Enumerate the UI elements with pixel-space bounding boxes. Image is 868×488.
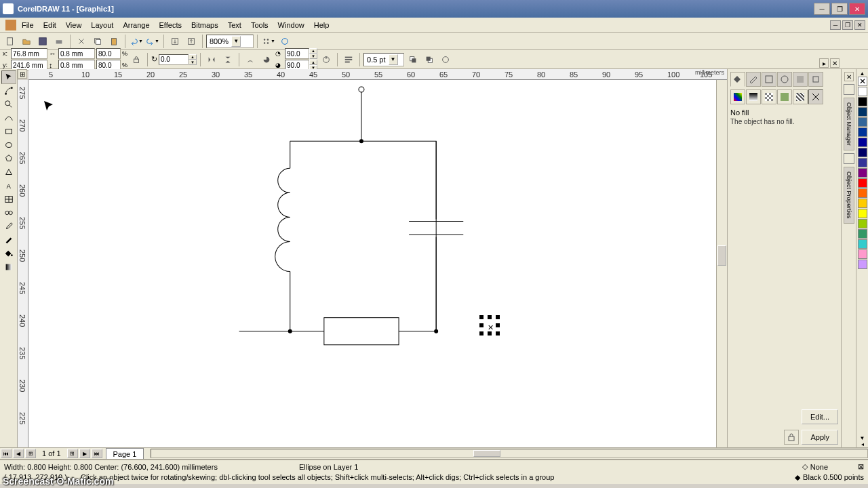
text-tool[interactable]: A — [1, 179, 16, 192]
color-swatch[interactable] — [858, 209, 867, 218]
convert-curves-button[interactable] — [438, 52, 453, 67]
page-next[interactable]: ▶ — [79, 449, 90, 458]
menu-window[interactable]: Window — [278, 21, 304, 29]
new-button[interactable] — [3, 34, 18, 49]
docker-tab-object-properties[interactable]: Object Properties — [844, 167, 854, 224]
rectangle-tool[interactable] — [1, 125, 16, 138]
menu-edit[interactable]: Edit — [43, 21, 56, 29]
corel-online-button[interactable] — [277, 34, 292, 49]
freehand-tool[interactable] — [1, 111, 16, 125]
rotation-field[interactable] — [159, 54, 189, 65]
docker-expand[interactable]: ▸ — [819, 58, 829, 68]
fill-fountain[interactable] — [746, 89, 761, 104]
direction-button[interactable] — [319, 52, 334, 67]
vertical-ruler[interactable]: 275270265260255250245240235230225 — [18, 80, 28, 447]
docker-icon-1[interactable] — [844, 84, 854, 95]
docker-tab-4[interactable] — [777, 72, 792, 87]
interactive-fill-tool[interactable] — [1, 260, 16, 274]
color-swatch[interactable] — [858, 148, 867, 157]
horizontal-ruler[interactable]: millimeters 5101520253035404550556065707… — [28, 69, 727, 80]
maximize-button[interactable]: ❐ — [831, 3, 848, 15]
color-swatch[interactable] — [858, 219, 867, 228]
docker-icon-2[interactable] — [844, 153, 854, 164]
close-button[interactable]: ✕ — [849, 3, 865, 15]
mdi-close[interactable]: ✕ — [854, 20, 865, 30]
polygon-tool[interactable] — [1, 152, 16, 165]
menu-arrange[interactable]: Arrange — [123, 21, 149, 29]
fill-pattern[interactable] — [762, 89, 776, 104]
page-prev[interactable]: ◀ — [13, 449, 24, 458]
color-swatch[interactable] — [858, 229, 867, 239]
mdi-minimize[interactable]: ─ — [830, 20, 841, 30]
color-swatch[interactable] — [858, 168, 867, 178]
docker-strip-close[interactable]: ✕ — [844, 72, 854, 81]
color-swatch[interactable] — [858, 178, 867, 188]
fill-texture[interactable] — [777, 89, 792, 104]
docker-tab-5[interactable] — [793, 72, 808, 87]
mdi-restore[interactable]: ❐ — [842, 20, 853, 30]
mirror-h-button[interactable] — [204, 52, 219, 67]
color-swatch[interactable] — [858, 158, 867, 167]
to-back-button[interactable] — [422, 52, 437, 67]
fill-tool[interactable] — [1, 247, 16, 260]
horizontal-scrollbar[interactable] — [151, 449, 868, 458]
color-swatch[interactable] — [858, 87, 867, 96]
menu-tools[interactable]: Tools — [251, 21, 269, 29]
import-button[interactable] — [167, 34, 182, 49]
wrap-text-button[interactable] — [341, 52, 356, 67]
outline-tool[interactable] — [1, 233, 16, 247]
start-angle-field[interactable] — [285, 48, 309, 59]
color-swatch[interactable] — [858, 260, 867, 269]
table-tool[interactable] — [1, 192, 16, 206]
mirror-v-button[interactable] — [220, 52, 235, 67]
menu-view[interactable]: View — [66, 21, 82, 29]
print-button[interactable] — [52, 34, 66, 49]
minimize-button[interactable]: ─ — [814, 3, 830, 15]
ruler-options[interactable]: ⊞ — [18, 69, 27, 79]
arc-button[interactable] — [243, 52, 258, 67]
pie-button[interactable] — [259, 52, 274, 67]
vertical-scrollbar[interactable] — [716, 80, 727, 447]
menu-file[interactable]: File — [22, 21, 34, 29]
fill-uniform[interactable] — [730, 89, 745, 104]
open-button[interactable] — [19, 34, 34, 49]
palette-down[interactable]: ▼ — [856, 435, 868, 441]
redo-button[interactable]: ▼ — [145, 34, 160, 49]
page-add-after[interactable]: ⊞ — [67, 449, 78, 458]
cut-button[interactable] — [74, 34, 89, 49]
menu-bitmaps[interactable]: Bitmaps — [191, 21, 218, 29]
app-launcher-button[interactable]: ▼ — [261, 34, 276, 49]
copy-button[interactable] — [90, 34, 105, 49]
page-last[interactable]: ⏭ — [92, 449, 102, 458]
object-x-field[interactable] — [11, 48, 47, 59]
ellipse-tool[interactable] — [1, 138, 16, 152]
menu-effects[interactable]: Effects — [159, 21, 182, 29]
undo-button[interactable]: ▼ — [129, 34, 144, 49]
scale-x-field[interactable] — [96, 48, 121, 59]
fill-postscript[interactable] — [793, 89, 808, 104]
save-button[interactable] — [35, 34, 50, 49]
zoom-combo[interactable]: 800%▼ — [206, 35, 254, 48]
zoom-tool[interactable] — [1, 98, 16, 111]
color-swatch[interactable] — [858, 107, 867, 117]
apply-button[interactable]: Apply — [802, 430, 838, 445]
color-swatch[interactable] — [858, 239, 867, 249]
menu-layout[interactable]: Layout — [91, 21, 113, 29]
menu-help[interactable]: Help — [314, 21, 330, 29]
color-swatch[interactable] — [858, 97, 867, 106]
lock-ratio-button[interactable] — [129, 52, 144, 67]
to-front-button[interactable] — [406, 52, 420, 67]
edit-button[interactable]: Edit... — [802, 409, 838, 424]
outline-width-combo[interactable]: 0.5 pt▼ — [363, 53, 404, 66]
drawing-canvas[interactable]: ✕ — [28, 80, 716, 447]
docker-tab-3[interactable] — [762, 72, 776, 87]
color-swatch[interactable] — [858, 188, 867, 198]
palette-flyout[interactable]: ◂ — [856, 441, 868, 447]
docker-tab-fill[interactable] — [730, 72, 745, 87]
color-swatch[interactable] — [858, 249, 867, 259]
page-first[interactable]: ⏮ — [1, 449, 12, 458]
docker-close[interactable]: ✕ — [830, 58, 840, 68]
color-swatch[interactable] — [858, 199, 867, 208]
menu-text[interactable]: Text — [228, 21, 241, 29]
color-swatch[interactable] — [858, 138, 867, 147]
